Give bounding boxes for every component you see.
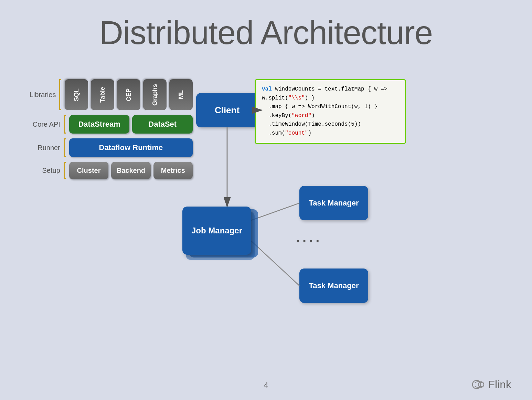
cluster-tile: Cluster bbox=[69, 162, 108, 179]
table-tile: Table bbox=[91, 79, 114, 110]
runner-label: Runner bbox=[28, 144, 64, 152]
dots-separator: .... bbox=[296, 230, 322, 245]
code-line-1: val windowCounts = text.flatMap { w => w… bbox=[262, 85, 399, 103]
setup-bracket bbox=[64, 162, 66, 179]
core-api-bracket bbox=[64, 115, 66, 134]
job-manager-box: Job Manager bbox=[182, 207, 251, 255]
setup-tiles: Cluster Backend Metrics bbox=[69, 162, 193, 179]
jm-to-tm1-arrow bbox=[251, 203, 299, 220]
runner-row: Runner Dataflow Runtime bbox=[28, 138, 193, 157]
flink-icon bbox=[471, 378, 485, 391]
library-tiles: SQL Table CEP Graphs ML bbox=[65, 79, 193, 110]
arrows-overlay bbox=[0, 0, 532, 400]
metrics-tile: Metrics bbox=[153, 162, 193, 179]
sql-tile: SQL bbox=[65, 79, 88, 110]
cep-tile: CEP bbox=[117, 79, 140, 110]
arch-panel: Libraries SQL Table CEP Graphs ML Core A… bbox=[28, 79, 193, 184]
backend-tile: Backend bbox=[111, 162, 150, 179]
setup-row: Setup Cluster Backend Metrics bbox=[28, 162, 193, 179]
page-number: 4 bbox=[264, 381, 268, 390]
runner-bracket bbox=[64, 138, 66, 157]
jm-to-tm2-arrow bbox=[251, 241, 299, 286]
setup-label: Setup bbox=[28, 167, 64, 175]
flink-logo: Flink bbox=[471, 378, 511, 391]
libraries-row: Libraries SQL Table CEP Graphs ML bbox=[28, 79, 193, 110]
code-line-2: .map { w => WordWithCount(w, 1) } bbox=[262, 103, 399, 112]
code-line-4: .timeWindow(Time.seconds(5)) bbox=[262, 120, 399, 129]
core-api-row: Core API DataStream DataSet bbox=[28, 115, 193, 134]
dataset-tile: DataSet bbox=[132, 115, 193, 134]
code-line-5: .sum("count") bbox=[262, 129, 399, 138]
core-api-tiles: DataStream DataSet bbox=[69, 115, 193, 134]
code-line-3: .keyBy("word") bbox=[262, 112, 399, 120]
task-manager-box-1: Task Manager bbox=[299, 186, 368, 220]
dataflow-runtime-tile: Dataflow Runtime bbox=[69, 138, 193, 157]
ml-tile: ML bbox=[169, 79, 193, 110]
task-manager-box-2: Task Manager bbox=[299, 269, 368, 303]
libraries-label: Libraries bbox=[28, 91, 59, 99]
datastream-tile: DataStream bbox=[69, 115, 130, 134]
core-api-label: Core API bbox=[28, 120, 64, 128]
libraries-bracket bbox=[59, 79, 61, 110]
code-box: val windowCounts = text.flatMap { w => w… bbox=[255, 79, 406, 144]
flink-text: Flink bbox=[488, 378, 511, 391]
main-title: Distributed Architecture bbox=[0, 0, 532, 52]
client-box: Client bbox=[196, 93, 258, 127]
graphs-tile: Graphs bbox=[143, 79, 167, 110]
